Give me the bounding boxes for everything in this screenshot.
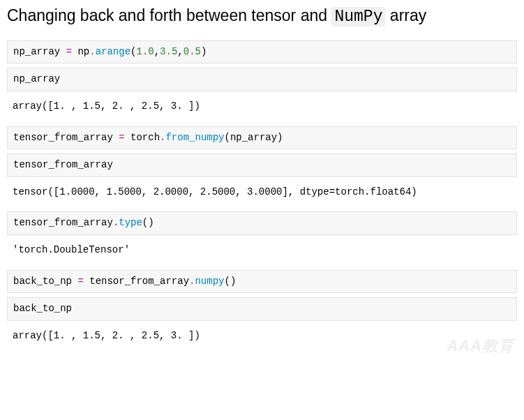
code-token: () — [142, 217, 154, 228]
code-input-cell: tensor_from_array = torch.from_numpy(np_… — [7, 126, 517, 150]
code-token: np — [72, 46, 89, 57]
code-token: 3.5 — [160, 46, 177, 57]
title-highlight: NumPy — [331, 7, 385, 27]
title-post: array — [385, 6, 426, 24]
code-token: np_array — [13, 73, 60, 84]
code-token: np_array — [13, 46, 66, 57]
code-token: , — [177, 46, 183, 57]
code-token: , — [154, 46, 160, 57]
code-token: (np_array) — [224, 132, 283, 143]
code-token: . — [89, 46, 95, 57]
code-output-cell: array([1. , 1.5, 2. , 2.5, 3. ]) — [7, 96, 517, 118]
code-token: from_numpy — [165, 132, 224, 143]
code-token: tensor_from_array — [13, 217, 113, 228]
code-token: 1.0 — [136, 46, 154, 57]
code-token: tensor_from_array — [84, 276, 189, 287]
code-output-cell: 'torch.DoubleTensor' — [7, 239, 517, 262]
code-input-cell: tensor_from_array.type() — [7, 211, 517, 235]
code-input-cell: back_to_np — [7, 297, 517, 321]
page-title: Changing back and forth between tensor a… — [7, 6, 517, 28]
code-token: torch — [125, 132, 160, 143]
code-token: arange — [96, 46, 130, 57]
notebook-cells: np_array = np.arange(1.0,3.5,0.5)np_arra… — [7, 40, 517, 347]
code-token: type — [119, 217, 142, 228]
code-token: . — [113, 217, 119, 228]
code-token: () — [224, 276, 236, 287]
code-input-cell: back_to_np = tensor_from_array.numpy() — [7, 270, 517, 294]
code-token: tensor_from_array — [13, 132, 119, 143]
code-token: back_to_np — [13, 276, 77, 287]
code-token: ) — [201, 46, 207, 57]
code-token: = — [77, 276, 83, 287]
code-input-cell: np_array = np.arange(1.0,3.5,0.5) — [7, 40, 517, 64]
code-output-cell: array([1. , 1.5, 2. , 2.5, 3. ]) — [7, 325, 517, 347]
code-token: tensor_from_array — [13, 159, 113, 170]
code-token: back_to_np — [13, 303, 72, 314]
code-token: numpy — [195, 276, 224, 287]
code-input-cell: np_array — [7, 68, 517, 91]
code-token: = — [66, 46, 72, 57]
code-input-cell: tensor_from_array — [7, 153, 517, 177]
code-token: = — [119, 132, 124, 143]
title-pre: Changing back and forth between tensor a… — [7, 6, 331, 24]
code-output-cell: tensor([1.0000, 1.5000, 2.0000, 2.5000, … — [7, 181, 517, 204]
code-token: 0.5 — [184, 46, 201, 57]
